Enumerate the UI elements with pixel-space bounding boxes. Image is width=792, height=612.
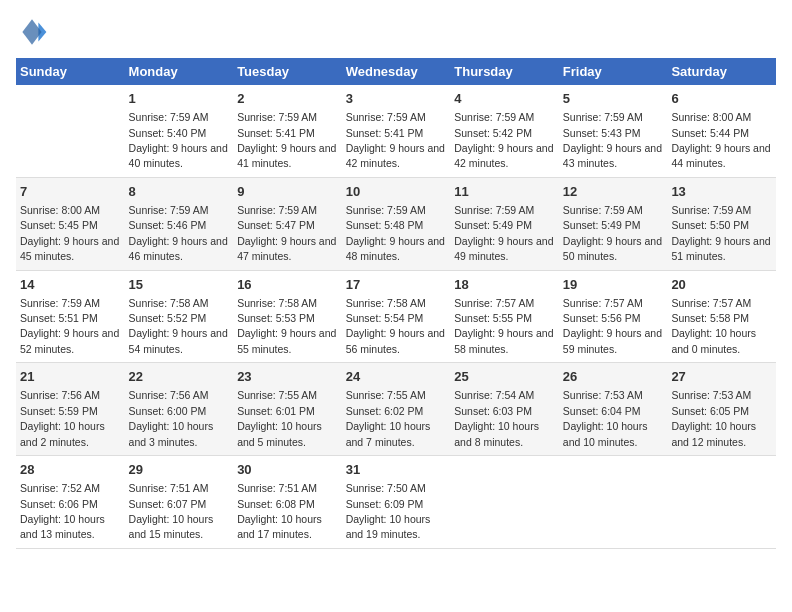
- day-number: 18: [454, 276, 555, 294]
- calendar-cell: 3Sunrise: 7:59 AMSunset: 5:41 PMDaylight…: [342, 85, 451, 177]
- day-info: Sunrise: 7:51 AMSunset: 6:07 PMDaylight:…: [129, 482, 214, 540]
- calendar-cell: 2Sunrise: 7:59 AMSunset: 5:41 PMDaylight…: [233, 85, 342, 177]
- day-number: 31: [346, 461, 447, 479]
- calendar-cell: 29Sunrise: 7:51 AMSunset: 6:07 PMDayligh…: [125, 456, 234, 549]
- day-info: Sunrise: 7:55 AMSunset: 6:02 PMDaylight:…: [346, 389, 431, 447]
- day-number: 27: [671, 368, 772, 386]
- day-info: Sunrise: 7:59 AMSunset: 5:47 PMDaylight:…: [237, 204, 336, 262]
- calendar-cell: 14Sunrise: 7:59 AMSunset: 5:51 PMDayligh…: [16, 270, 125, 363]
- day-number: 23: [237, 368, 338, 386]
- calendar-cell: 11Sunrise: 7:59 AMSunset: 5:49 PMDayligh…: [450, 177, 559, 270]
- day-info: Sunrise: 7:59 AMSunset: 5:41 PMDaylight:…: [237, 111, 336, 169]
- day-info: Sunrise: 7:59 AMSunset: 5:50 PMDaylight:…: [671, 204, 770, 262]
- day-info: Sunrise: 7:52 AMSunset: 6:06 PMDaylight:…: [20, 482, 105, 540]
- day-number: 10: [346, 183, 447, 201]
- calendar-cell: 30Sunrise: 7:51 AMSunset: 6:08 PMDayligh…: [233, 456, 342, 549]
- calendar-cell: 19Sunrise: 7:57 AMSunset: 5:56 PMDayligh…: [559, 270, 668, 363]
- day-info: Sunrise: 7:59 AMSunset: 5:49 PMDaylight:…: [563, 204, 662, 262]
- calendar-cell: [450, 456, 559, 549]
- day-info: Sunrise: 7:51 AMSunset: 6:08 PMDaylight:…: [237, 482, 322, 540]
- day-header-wednesday: Wednesday: [342, 58, 451, 85]
- calendar-cell: 28Sunrise: 7:52 AMSunset: 6:06 PMDayligh…: [16, 456, 125, 549]
- day-header-monday: Monday: [125, 58, 234, 85]
- day-header-thursday: Thursday: [450, 58, 559, 85]
- day-number: 6: [671, 90, 772, 108]
- day-info: Sunrise: 7:59 AMSunset: 5:42 PMDaylight:…: [454, 111, 553, 169]
- calendar-cell: 13Sunrise: 7:59 AMSunset: 5:50 PMDayligh…: [667, 177, 776, 270]
- day-number: 9: [237, 183, 338, 201]
- day-number: 28: [20, 461, 121, 479]
- calendar-cell: 7Sunrise: 8:00 AMSunset: 5:45 PMDaylight…: [16, 177, 125, 270]
- day-number: 7: [20, 183, 121, 201]
- day-info: Sunrise: 7:58 AMSunset: 5:53 PMDaylight:…: [237, 297, 336, 355]
- day-info: Sunrise: 7:59 AMSunset: 5:51 PMDaylight:…: [20, 297, 119, 355]
- day-info: Sunrise: 8:00 AMSunset: 5:45 PMDaylight:…: [20, 204, 119, 262]
- logo: [16, 16, 52, 48]
- day-header-friday: Friday: [559, 58, 668, 85]
- day-number: 22: [129, 368, 230, 386]
- day-number: 14: [20, 276, 121, 294]
- calendar-cell: 18Sunrise: 7:57 AMSunset: 5:55 PMDayligh…: [450, 270, 559, 363]
- calendar-cell: 21Sunrise: 7:56 AMSunset: 5:59 PMDayligh…: [16, 363, 125, 456]
- calendar-cell: [16, 85, 125, 177]
- calendar-cell: 12Sunrise: 7:59 AMSunset: 5:49 PMDayligh…: [559, 177, 668, 270]
- calendar-cell: 26Sunrise: 7:53 AMSunset: 6:04 PMDayligh…: [559, 363, 668, 456]
- day-info: Sunrise: 7:54 AMSunset: 6:03 PMDaylight:…: [454, 389, 539, 447]
- calendar-cell: 1Sunrise: 7:59 AMSunset: 5:40 PMDaylight…: [125, 85, 234, 177]
- header: [16, 16, 776, 48]
- calendar-cell: 6Sunrise: 8:00 AMSunset: 5:44 PMDaylight…: [667, 85, 776, 177]
- week-row-0: 1Sunrise: 7:59 AMSunset: 5:40 PMDaylight…: [16, 85, 776, 177]
- day-number: 12: [563, 183, 664, 201]
- week-row-2: 14Sunrise: 7:59 AMSunset: 5:51 PMDayligh…: [16, 270, 776, 363]
- calendar-table: SundayMondayTuesdayWednesdayThursdayFrid…: [16, 58, 776, 549]
- day-info: Sunrise: 7:59 AMSunset: 5:40 PMDaylight:…: [129, 111, 228, 169]
- day-info: Sunrise: 8:00 AMSunset: 5:44 PMDaylight:…: [671, 111, 770, 169]
- calendar-cell: 31Sunrise: 7:50 AMSunset: 6:09 PMDayligh…: [342, 456, 451, 549]
- calendar-cell: 9Sunrise: 7:59 AMSunset: 5:47 PMDaylight…: [233, 177, 342, 270]
- calendar-cell: 23Sunrise: 7:55 AMSunset: 6:01 PMDayligh…: [233, 363, 342, 456]
- day-info: Sunrise: 7:58 AMSunset: 5:54 PMDaylight:…: [346, 297, 445, 355]
- day-header-sunday: Sunday: [16, 58, 125, 85]
- day-info: Sunrise: 7:56 AMSunset: 5:59 PMDaylight:…: [20, 389, 105, 447]
- day-info: Sunrise: 7:59 AMSunset: 5:41 PMDaylight:…: [346, 111, 445, 169]
- day-number: 16: [237, 276, 338, 294]
- calendar-cell: 15Sunrise: 7:58 AMSunset: 5:52 PMDayligh…: [125, 270, 234, 363]
- day-info: Sunrise: 7:59 AMSunset: 5:49 PMDaylight:…: [454, 204, 553, 262]
- logo-icon: [16, 16, 48, 48]
- day-header-tuesday: Tuesday: [233, 58, 342, 85]
- day-number: 3: [346, 90, 447, 108]
- day-number: 15: [129, 276, 230, 294]
- day-number: 21: [20, 368, 121, 386]
- calendar-cell: 10Sunrise: 7:59 AMSunset: 5:48 PMDayligh…: [342, 177, 451, 270]
- calendar-cell: 20Sunrise: 7:57 AMSunset: 5:58 PMDayligh…: [667, 270, 776, 363]
- calendar-cell: 17Sunrise: 7:58 AMSunset: 5:54 PMDayligh…: [342, 270, 451, 363]
- calendar-cell: 25Sunrise: 7:54 AMSunset: 6:03 PMDayligh…: [450, 363, 559, 456]
- day-number: 29: [129, 461, 230, 479]
- day-info: Sunrise: 7:53 AMSunset: 6:04 PMDaylight:…: [563, 389, 648, 447]
- day-info: Sunrise: 7:59 AMSunset: 5:43 PMDaylight:…: [563, 111, 662, 169]
- day-number: 30: [237, 461, 338, 479]
- day-number: 19: [563, 276, 664, 294]
- calendar-cell: [667, 456, 776, 549]
- day-number: 5: [563, 90, 664, 108]
- day-info: Sunrise: 7:56 AMSunset: 6:00 PMDaylight:…: [129, 389, 214, 447]
- day-info: Sunrise: 7:58 AMSunset: 5:52 PMDaylight:…: [129, 297, 228, 355]
- day-info: Sunrise: 7:50 AMSunset: 6:09 PMDaylight:…: [346, 482, 431, 540]
- day-number: 2: [237, 90, 338, 108]
- day-header-saturday: Saturday: [667, 58, 776, 85]
- calendar-cell: [559, 456, 668, 549]
- calendar-cell: 8Sunrise: 7:59 AMSunset: 5:46 PMDaylight…: [125, 177, 234, 270]
- day-number: 24: [346, 368, 447, 386]
- day-info: Sunrise: 7:53 AMSunset: 6:05 PMDaylight:…: [671, 389, 756, 447]
- calendar-cell: 16Sunrise: 7:58 AMSunset: 5:53 PMDayligh…: [233, 270, 342, 363]
- day-info: Sunrise: 7:57 AMSunset: 5:56 PMDaylight:…: [563, 297, 662, 355]
- week-row-1: 7Sunrise: 8:00 AMSunset: 5:45 PMDaylight…: [16, 177, 776, 270]
- day-info: Sunrise: 7:57 AMSunset: 5:55 PMDaylight:…: [454, 297, 553, 355]
- day-number: 20: [671, 276, 772, 294]
- week-row-3: 21Sunrise: 7:56 AMSunset: 5:59 PMDayligh…: [16, 363, 776, 456]
- day-number: 4: [454, 90, 555, 108]
- day-number: 11: [454, 183, 555, 201]
- header-row: SundayMondayTuesdayWednesdayThursdayFrid…: [16, 58, 776, 85]
- calendar-cell: 5Sunrise: 7:59 AMSunset: 5:43 PMDaylight…: [559, 85, 668, 177]
- week-row-4: 28Sunrise: 7:52 AMSunset: 6:06 PMDayligh…: [16, 456, 776, 549]
